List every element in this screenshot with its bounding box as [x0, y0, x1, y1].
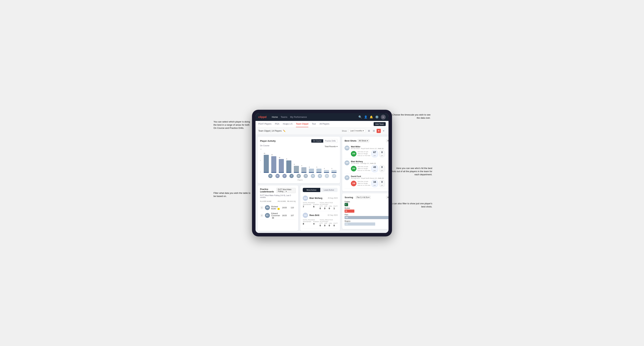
tournament-label: Tournament — [303, 204, 311, 205]
tab-pga[interactable]: PGA — [275, 121, 279, 127]
people-icon[interactable]: 👤 — [364, 115, 368, 119]
scoring-player-filter[interactable]: All Players ▾ — [386, 196, 388, 199]
scoring-filter-label: Par 3, 4 & 5s — [357, 196, 368, 198]
tab-tour[interactable]: Tour — [312, 121, 316, 127]
leaderboard-row[interactable]: 1 RB Richard Butler 1 19/20 110 — [260, 204, 296, 211]
nav-my-performance[interactable]: My Performance — [290, 115, 307, 119]
shot-info: Matt Miller 09 Jun 2023 · Royal North De… — [351, 146, 388, 158]
arg-stat: ARG 0 — [329, 205, 332, 210]
leaderboard-row[interactable]: 2 EC Edward Crossman 2 18/20 107 — [260, 211, 296, 220]
player-avatar-sm[interactable]: RB — [311, 174, 315, 178]
bar-chart-inner: 1312109543322 BMBBDFJCEEOBRBMMECLR Playe… — [263, 148, 338, 181]
tab-most-active[interactable]: Most Active — [303, 188, 320, 192]
scoring-card: Scoring Par 3, 4 & 5s ▾ All Players ▾ Ea… — [342, 193, 388, 229]
search-icon[interactable]: 🔍 — [358, 115, 362, 119]
player-avatar-sm[interactable]: MM — [318, 174, 322, 178]
list-view-button[interactable]: ⊟ — [372, 129, 376, 133]
gtt-value: 0 — [320, 224, 323, 227]
shots-header: Best Shots All Shots ▾ All Players ▾ — [344, 139, 388, 142]
bell-icon[interactable]: 🔔 — [370, 115, 373, 119]
activity-player-row: RB Rees Britt 02 Sep 2023 Total Rounds T… — [303, 211, 338, 228]
scoring-filter[interactable]: Par 3, 4 & 5s ▾ — [356, 196, 371, 199]
toggle-practice[interactable]: Practice Drills — [323, 139, 338, 143]
chart-dropdown[interactable]: Total Rounds ▾ — [324, 145, 338, 148]
tab-all-players[interactable]: All Players — [320, 121, 329, 127]
nav-home[interactable]: Home — [272, 115, 278, 119]
drill-select[interactable]: PUTT Must Make Putting ... ▾ — [276, 188, 296, 193]
filter-view-button[interactable]: ≡ — [382, 129, 386, 133]
user-avatar[interactable]: U — [381, 115, 386, 120]
bar[interactable]: 3 — [309, 169, 314, 173]
bar-group: 12 — [270, 148, 278, 173]
shot-zero-num: 0 — [381, 180, 383, 183]
shots-filter[interactable]: All Shots ▾ — [358, 139, 369, 142]
player-avatar-sm[interactable]: BB — [276, 174, 280, 178]
bar-group: 2 — [323, 148, 330, 173]
toggle-on-course[interactable]: On Course — [311, 139, 323, 143]
settings-icon[interactable]: ⚙️ — [375, 115, 379, 119]
putt-stat: PUTT 0 — [334, 222, 338, 227]
shot-meta: Shot Dist: 43 ydsStart Lie: RoughEnd Lie… — [358, 166, 370, 172]
scoring-bar-row: 3 — [344, 203, 388, 206]
bar-value-label: 2 — [324, 168, 324, 169]
bar-highlight — [332, 172, 336, 173]
gtt-label: GTT — [320, 205, 323, 207]
bar[interactable]: 10 — [279, 159, 284, 173]
main-content: Player Activity On Course Practice Drill… — [256, 135, 388, 233]
player-avatar-sm[interactable]: OB — [304, 174, 308, 178]
on-course-label: On Course — [260, 145, 269, 147]
nav-teams[interactable]: Teams — [281, 115, 287, 119]
practice-label: Practice — [313, 204, 319, 205]
shot-meta: Shot Dist: 67 ydsStart Lie: RoughEnd Lie… — [358, 151, 370, 157]
shot-badge: 200 — [351, 151, 356, 157]
player-avatar-sm[interactable]: BM — [268, 174, 272, 178]
bar[interactable]: 5 — [294, 166, 299, 173]
add-team-button[interactable]: Add Team — [374, 122, 386, 126]
bar[interactable]: 9 — [286, 161, 292, 173]
player-avatar-sm[interactable]: EC — [325, 174, 329, 178]
bottom-row: Practice Leaderboards PUTT Must Make Put… — [258, 185, 340, 231]
tab-least-active[interactable]: Least Active — [320, 188, 338, 192]
player-avatar-sm[interactable]: DF — [282, 174, 287, 178]
rounds-label: Total Rounds — [303, 219, 319, 221]
tab-hcaps[interactable]: Hcaps 1-5 — [283, 121, 292, 127]
bar-group: 4 — [300, 148, 308, 173]
edit-icon[interactable]: ✏️ — [283, 130, 286, 132]
activity-stats: Total Rounds Tournament 8 Practice 4 Tot… — [303, 219, 338, 227]
tab-pgat-players[interactable]: PGAT Players — [258, 121, 272, 127]
shot-zero-unit: yds — [381, 170, 383, 171]
practice-value: 6 — [313, 205, 319, 208]
scoring-bar-label: Bogeys — [344, 220, 388, 222]
bar-value-label: 13 — [264, 153, 265, 154]
shot-row[interactable]: MM Matt Miller 09 Jun 2023 · Royal North… — [344, 144, 388, 159]
bar[interactable]: 2 — [332, 170, 336, 173]
player-avatar-sm[interactable]: EE — [296, 174, 301, 178]
sub-nav-right: Add Team — [374, 122, 386, 126]
bar[interactable]: 12 — [271, 156, 276, 173]
annotation-bot-right: You can also filter to show just one pla… — [387, 202, 432, 208]
shot-row[interactable]: DF David Ford 24 Aug 2023 · Royal North … — [344, 174, 388, 189]
bar[interactable]: 3 — [316, 169, 322, 173]
player-avatar-sm[interactable]: LR — [332, 174, 336, 178]
practice-label: Practice — [313, 221, 319, 222]
bar[interactable]: 4 — [301, 167, 306, 173]
bar-highlight — [279, 172, 284, 173]
annotation-top-left: You can select which player is doing the… — [214, 120, 252, 130]
shot-badge-label: 200 — [352, 168, 355, 170]
lb-avatar: RB — [265, 205, 270, 210]
tab-team-clippd[interactable]: Team Clippd — [296, 121, 308, 127]
grid-view-button[interactable]: ⊞ — [367, 129, 371, 133]
lb-badge: 1 — [278, 208, 280, 210]
shot-dist-badge: 43 yds — [371, 165, 378, 172]
player-avatar-sm[interactable]: JC — [290, 174, 294, 178]
time-filter[interactable]: Last 3 months ▾ — [348, 129, 366, 133]
bar[interactable]: 2 — [324, 170, 329, 173]
drill-label: PUTT Must Make Putting ... — [278, 188, 292, 192]
shot-player-name: Matt Miller — [351, 146, 388, 148]
shots-player-filter[interactable]: All Players ▾ — [386, 139, 388, 142]
card-view-button[interactable]: ♥ — [376, 129, 381, 133]
shot-dist-badge: 16 yds — [371, 180, 378, 187]
shot-row[interactable]: BM Blair McHarg 23 Jul 2023 · Ashridge G… — [344, 159, 388, 174]
bar[interactable]: 13 — [264, 155, 269, 173]
best-shots-card: Best Shots All Shots ▾ All Players ▾ MM … — [342, 137, 388, 191]
